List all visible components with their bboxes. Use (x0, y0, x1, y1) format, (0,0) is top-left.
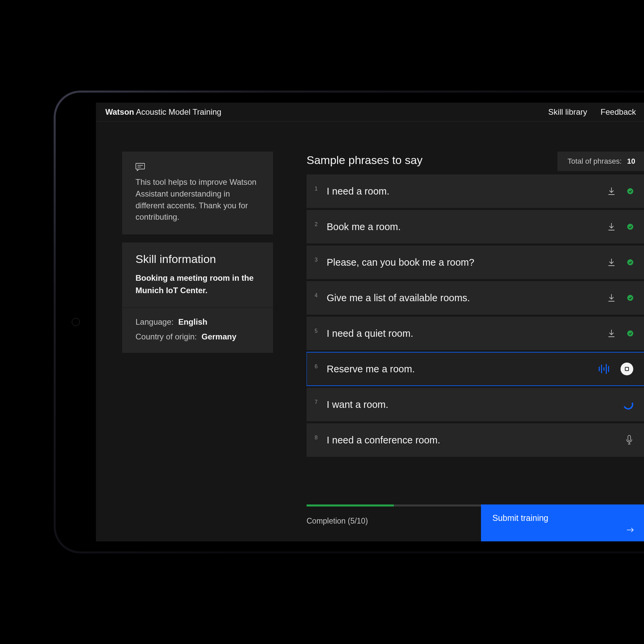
phrase-row[interactable]: 4 Give me a list of available rooms. (307, 281, 644, 315)
language-value: English (178, 317, 207, 327)
submit-label: Submit training (492, 513, 548, 523)
phrase-row[interactable]: 8 I need a conference room. (307, 423, 644, 457)
app-name: Acoustic Model Training (136, 107, 221, 116)
tablet-frame: Watson Acoustic Model Training Skill lib… (54, 91, 644, 553)
phrase-text: Book me a room. (323, 221, 607, 232)
intro-text: This tool helps to improve Watson Assist… (136, 176, 260, 223)
phrase-number: 8 (315, 423, 323, 441)
status-done-icon (627, 295, 633, 301)
chat-icon (136, 163, 145, 171)
download-icon[interactable] (607, 187, 616, 196)
bottom-bar: Completion (5/10) Submit training (307, 504, 644, 541)
stop-recording-button[interactable] (621, 363, 633, 375)
phrase-number: 6 (315, 352, 323, 370)
phrases-title: Sample phrases to say (307, 154, 557, 169)
top-bar: Watson Acoustic Model Training Skill lib… (96, 103, 644, 121)
home-button[interactable] (72, 318, 80, 326)
completion-label: Completion (5/10) (307, 517, 368, 525)
download-icon[interactable] (607, 329, 616, 338)
intro-card: This tool helps to improve Watson Assist… (122, 152, 273, 234)
progress-track (307, 504, 481, 506)
total-label: Total of phrases: (568, 157, 622, 166)
phrase-number: 7 (315, 388, 323, 405)
download-icon[interactable] (607, 258, 616, 267)
status-done-icon (627, 330, 633, 336)
phrase-text: I need a room. (323, 186, 607, 197)
phrase-text: Give me a list of available rooms. (323, 292, 607, 304)
skill-name: Booking a meeting room in the Munich IoT… (136, 272, 260, 297)
phrase-row[interactable]: 2 Book me a room. (307, 210, 644, 244)
phrase-number: 3 (315, 246, 323, 263)
phrase-text: Reserve me a room. (323, 364, 599, 375)
app-screen: Watson Acoustic Model Training Skill lib… (96, 103, 644, 541)
language-label: Language: (136, 317, 173, 327)
country-value: Germany (202, 332, 236, 341)
phrase-text: Please, can you book me a room? (323, 257, 607, 268)
country-label: Country of origin: (136, 332, 197, 341)
total-phrases-pill: Total of phrases: 10 (557, 152, 644, 171)
phrase-number: 1 (315, 174, 323, 192)
skill-info-card: Skill information Booking a meeting room… (122, 243, 273, 353)
phrase-list: 1 I need a room. 2 Book me a room. 3 Ple… (307, 174, 644, 541)
svg-rect-0 (136, 163, 145, 169)
nav-feedback[interactable]: Feedback (601, 107, 636, 117)
phrase-text: I want a room. (323, 399, 623, 410)
skill-section-title: Skill information (136, 253, 260, 266)
brand-name: Watson (105, 107, 134, 116)
status-done-icon (627, 224, 633, 230)
download-icon[interactable] (607, 222, 616, 231)
svg-rect-3 (628, 435, 631, 441)
loading-spinner-icon (622, 398, 635, 411)
progress-fill (307, 504, 394, 506)
phrase-number: 2 (315, 210, 323, 227)
nav-skill-library[interactable]: Skill library (548, 107, 587, 117)
phrase-row[interactable]: 1 I need a room. (307, 174, 644, 208)
phrase-row[interactable]: 3 Please, can you book me a room? (307, 246, 644, 279)
phrase-number: 5 (315, 317, 323, 334)
phrase-row[interactable]: 5 I need a quiet room. (307, 317, 644, 350)
download-icon[interactable] (607, 293, 616, 302)
arrow-right-icon (627, 527, 634, 533)
total-value: 10 (627, 157, 635, 166)
app-title: Watson Acoustic Model Training (105, 107, 221, 117)
phrase-number: 4 (315, 281, 323, 299)
microphone-icon[interactable] (625, 435, 633, 445)
phrase-row[interactable]: 6 Reserve me a room. (307, 352, 644, 386)
status-done-icon (627, 259, 633, 265)
waveform-icon (599, 364, 609, 374)
submit-training-button[interactable]: Submit training (481, 504, 644, 541)
status-done-icon (627, 188, 633, 194)
phrase-row[interactable]: 7 I want a room. (307, 388, 644, 421)
phrase-text: I need a quiet room. (323, 328, 607, 339)
phrase-text: I need a conference room. (323, 435, 625, 446)
